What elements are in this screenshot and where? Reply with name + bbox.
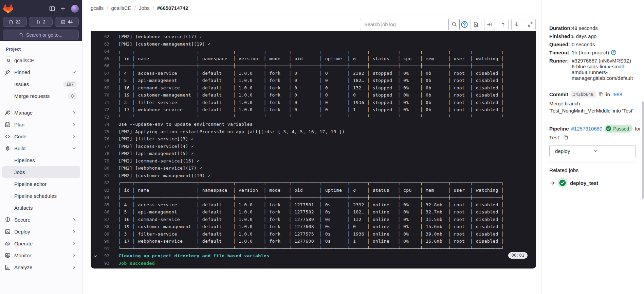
line-number[interactable]: 90 bbox=[91, 238, 109, 245]
detail-label: Runner: bbox=[549, 58, 572, 81]
line-number[interactable]: 76 bbox=[91, 135, 109, 143]
scroll-bottom-button[interactable] bbox=[511, 19, 522, 30]
divider bbox=[549, 86, 636, 86]
user-avatar[interactable] bbox=[71, 5, 79, 13]
job-log-panel: 62[PM2] [webphone-service](17) ✓63[PM2] … bbox=[91, 31, 536, 269]
sidebar-item-label: Deploy bbox=[14, 229, 72, 235]
global-search-button[interactable]: Search or go to... bbox=[3, 30, 79, 40]
detail-row: Runner:#32976687 (nN8vMRS9Z) 6-blue.saas… bbox=[549, 58, 636, 81]
line-number[interactable]: 93 bbox=[91, 260, 109, 267]
line-number[interactable]: 81 bbox=[91, 172, 109, 179]
sidebar-item-secure[interactable]: Secure bbox=[2, 214, 80, 225]
gitlab-logo-icon[interactable] bbox=[3, 4, 13, 13]
sidebar-item-deploy[interactable]: Deploy bbox=[2, 226, 80, 237]
line-number[interactable]: 63 bbox=[91, 40, 109, 48]
breadcrumb-jobs-link[interactable]: Jobs bbox=[139, 5, 150, 11]
sidebar-item-pipeline-editor[interactable]: Pipeline editor bbox=[2, 178, 80, 190]
line-number[interactable]: 84 bbox=[91, 194, 109, 201]
sidebar-item-pipelines[interactable]: Pipelines bbox=[2, 154, 80, 166]
line-number[interactable]: 74 bbox=[91, 121, 109, 128]
line-number[interactable]: 65 bbox=[91, 55, 109, 63]
sidebar-item-artifacts[interactable]: Artifacts bbox=[2, 202, 80, 213]
detail-value: 1h (from project) bbox=[572, 50, 636, 55]
sidebar-item-merge-requests[interactable]: Merge requests0 bbox=[2, 90, 80, 102]
line-number[interactable]: 86 bbox=[91, 208, 109, 216]
line-number[interactable]: 72 bbox=[91, 106, 109, 114]
sidebar-item-label: Pipeline editor bbox=[14, 181, 77, 187]
line-number[interactable]: 79 bbox=[91, 157, 109, 165]
related-job-deploy_test[interactable]: deploy_test bbox=[549, 179, 636, 187]
line-number[interactable]: 87 bbox=[91, 216, 109, 223]
line-number[interactable]: 68 bbox=[91, 77, 109, 84]
pipeline-ref[interactable]: Test bbox=[549, 135, 560, 140]
sidebar-item-jobs[interactable]: Jobs bbox=[2, 166, 80, 178]
line-number[interactable]: 62 bbox=[91, 33, 109, 40]
timeout-help-icon[interactable] bbox=[611, 50, 617, 55]
sidebar-item-code[interactable]: Code bbox=[2, 131, 80, 142]
line-number[interactable]: 89 bbox=[91, 230, 109, 238]
pin-icon bbox=[5, 69, 14, 75]
line-number[interactable]: 78 bbox=[91, 150, 109, 157]
chart-icon bbox=[5, 264, 14, 270]
sidebar-item-operate[interactable]: Operate bbox=[2, 238, 80, 249]
log-text: [PM2] [filter-service](3) ✓ bbox=[118, 136, 194, 141]
pipeline-label: Pipeline bbox=[549, 126, 569, 132]
line-number[interactable]: 88 bbox=[91, 223, 109, 230]
commit-sha[interactable]: 342bb648 bbox=[571, 91, 596, 98]
line-number[interactable]: 91 bbox=[91, 245, 109, 253]
merge-request-link[interactable]: !988 bbox=[612, 91, 622, 97]
create-new-icon[interactable] bbox=[60, 6, 66, 12]
issues-shortcut-button[interactable]: 22 bbox=[3, 17, 27, 27]
doc-text-icon bbox=[473, 22, 479, 27]
line-number[interactable]: 77 bbox=[91, 143, 109, 150]
line-number[interactable]: 71 bbox=[91, 99, 109, 106]
log-text: [PM2] [access-service](4) ✓ bbox=[118, 144, 194, 149]
stage-select[interactable]: deploy bbox=[549, 145, 636, 157]
scroll-top-button[interactable] bbox=[498, 19, 509, 30]
search-job-log-input[interactable] bbox=[360, 19, 448, 30]
sidebar-item-pinned[interactable]: Pinned bbox=[2, 66, 80, 78]
line-number[interactable]: 82 bbox=[91, 179, 109, 187]
sidebar-item-issues[interactable]: Issues187 bbox=[2, 78, 80, 90]
breadcrumb-group-link[interactable]: gcalls bbox=[91, 5, 104, 11]
sidebar-item-build[interactable]: Build bbox=[2, 142, 80, 154]
line-number[interactable]: 73 bbox=[91, 114, 109, 121]
chevron-right-icon bbox=[72, 134, 77, 139]
breadcrumb-project-link[interactable]: gcallsCE bbox=[111, 5, 131, 11]
line-number[interactable]: 80 bbox=[91, 165, 109, 172]
copy-commit-sha-button[interactable] bbox=[598, 92, 604, 97]
help-icon[interactable] bbox=[461, 21, 468, 28]
line-number[interactable]: 66 bbox=[91, 62, 109, 70]
line-number[interactable]: 67 bbox=[91, 70, 109, 77]
merge-requests-shortcut-button[interactable]: 2 bbox=[29, 17, 53, 27]
detail-label: Timeout: bbox=[549, 50, 572, 55]
log-section-line[interactable]: 92Cleaning up project directory and file… bbox=[91, 252, 536, 259]
line-number[interactable]: 70 bbox=[91, 91, 109, 99]
log-line: 87│ 16 │ command-service │ default │ 1.0… bbox=[91, 215, 536, 223]
todos-shortcut-button[interactable]: 44 bbox=[55, 17, 79, 27]
copy-ref-button[interactable] bbox=[563, 135, 569, 140]
fullscreen-button[interactable] bbox=[525, 19, 536, 30]
page-scrollbar[interactable] bbox=[642, 101, 644, 199]
sidebar-item-project-gcallsce[interactable]: GgcallsCE bbox=[2, 54, 80, 66]
line-number[interactable]: 64 bbox=[91, 48, 109, 55]
sidebar-item-plan[interactable]: Plan bbox=[2, 119, 80, 130]
line-number[interactable]: 85 bbox=[91, 201, 109, 209]
monitor-icon bbox=[5, 253, 14, 258]
todos-icon bbox=[61, 20, 66, 24]
scroll-to-failure-button[interactable] bbox=[484, 19, 495, 30]
sidebar-item-manage[interactable]: Manage bbox=[2, 107, 80, 118]
collapse-section-icon[interactable] bbox=[93, 253, 98, 258]
line-number[interactable]: 83 bbox=[91, 187, 109, 194]
raw-log-button[interactable] bbox=[471, 19, 481, 30]
collapse-sidebar-icon[interactable] bbox=[49, 6, 55, 12]
pipeline-link[interactable]: #1257310680 bbox=[571, 126, 603, 132]
sidebar-item-label: Pinned bbox=[14, 69, 72, 75]
line-number[interactable]: 75 bbox=[91, 128, 109, 136]
sidebar-item-analyze[interactable]: Analyze bbox=[2, 261, 80, 273]
line-number[interactable]: 69 bbox=[91, 84, 109, 92]
calendar-icon bbox=[5, 122, 14, 127]
sidebar-item-monitor[interactable]: Monitor bbox=[2, 249, 80, 261]
search-submit-button[interactable] bbox=[448, 19, 460, 30]
sidebar-item-pipeline-schedules[interactable]: Pipeline schedules bbox=[2, 190, 80, 202]
